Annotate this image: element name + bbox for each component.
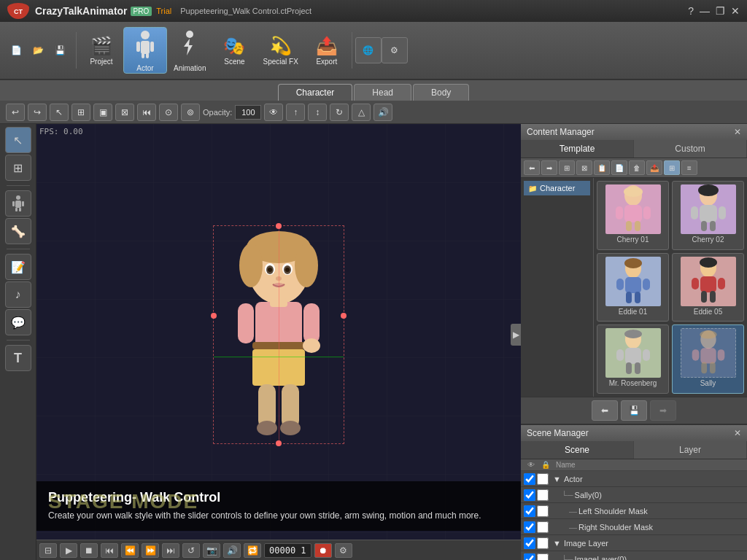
sm-lock-sally[interactable] [537,489,549,501]
sm-row-sally[interactable]: └─Sally(0) [521,487,747,503]
capture-button[interactable]: 📷 [203,543,220,558]
record-button[interactable]: ⏺ [314,543,332,558]
loop-button[interactable]: ↺ [182,543,200,558]
transform-tool[interactable]: ⊞ [71,104,90,121]
timeline-tool[interactable]: ⊙ [159,104,178,121]
goto-end-button[interactable]: ⏭ [162,543,179,558]
bone-tool[interactable]: ⊚ [181,104,200,121]
new-file-button[interactable]: 📄 [6,40,26,61]
sm-tab-scene[interactable]: Scene [521,441,634,459]
sm-row-actor[interactable]: ▼ Actor [521,471,747,487]
sm-check-right-shoulder[interactable] [524,521,535,533]
cm-tool-6[interactable]: 📄 [611,160,627,175]
sm-row-left-shoulder[interactable]: —Left Shoulder Mask [521,503,747,519]
cm-tool-5[interactable]: 📋 [594,160,610,175]
sm-lock-left-shoulder[interactable] [537,505,549,517]
sm-lock-right-shoulder[interactable] [537,521,549,533]
cm-tool-1[interactable]: ⬅ [524,160,540,175]
sm-row-imagelayer0[interactable]: └─ImageLayer(0) [521,551,747,560]
help-button[interactable]: ? [688,5,694,17]
tab-template[interactable]: Template [521,140,634,158]
cm-tool-7[interactable]: 🗑 [629,160,645,175]
cm-tool-8[interactable]: 📤 [646,160,662,175]
stop-button[interactable]: ⏹ [80,543,98,558]
nav-start[interactable]: ⏮ [137,104,156,121]
sm-expand-image-layer[interactable]: ▼ [551,539,561,548]
lasso-tool[interactable]: ▣ [93,104,112,121]
char-card-rosenberg[interactable]: Mr. Rosenberg [597,324,669,394]
sidebar-transform-tool[interactable]: ⊞ [5,155,31,181]
scene-button[interactable]: 🎭 Scene [212,27,256,74]
cm-save-button[interactable]: 💾 [621,400,647,421]
sidebar-music-tool[interactable]: ♪ [5,281,31,308]
goto-start-button[interactable]: ⏮ [101,543,118,558]
scale-tool[interactable]: △ [352,104,371,121]
cm-import-button[interactable]: ⬅ [592,400,618,421]
export-button[interactable]: 📤 Export [305,27,349,74]
tree-item-character[interactable]: 📁 Character [524,181,590,195]
cm-tool-3[interactable]: ⊞ [559,160,575,175]
sidebar-note-tool[interactable]: 📝 [5,254,31,280]
audio-button[interactable]: 🔊 [223,543,241,558]
settings-button[interactable]: ⚙ [382,37,408,63]
sm-lock-image-layer[interactable] [537,537,549,549]
canvas-side-arrow[interactable]: ▶ [511,324,521,346]
redo-button[interactable]: ↪ [28,104,47,121]
sidebar-select-tool[interactable]: ↖ [5,127,31,153]
sm-check-image-layer[interactable] [524,537,535,549]
sm-check-sally[interactable] [524,489,535,501]
repeat-button[interactable]: 🔁 [244,543,261,558]
opacity-input[interactable] [235,105,261,120]
handle-top[interactable] [276,223,282,229]
sidebar-text-tool[interactable]: T [5,345,31,371]
char-card-eddie01[interactable]: Eddie 01 [597,253,669,322]
handle-bottom[interactable] [276,440,282,446]
maximize-button[interactable]: ❐ [716,5,725,17]
content-manager-close[interactable]: ✕ [734,127,741,137]
settings-button-bb[interactable]: ⚙ [335,543,352,558]
cm-tool-list[interactable]: ≡ [681,160,697,175]
canvas[interactable]: FPS: 0.00 [36,124,521,545]
tab-custom[interactable]: Custom [634,140,747,158]
sm-row-image-layer[interactable]: ▼ Image Layer [521,535,747,551]
sm-check-imagelayer0[interactable] [524,553,535,561]
sidebar-actor-tool[interactable] [5,190,31,217]
tab-head[interactable]: Head [354,84,411,101]
cm-tool-grid[interactable]: ⊞ [664,160,680,175]
close-button[interactable]: ✕ [731,5,740,17]
sidebar-chat-tool[interactable]: 💬 [5,309,31,335]
handle-left[interactable] [211,313,217,319]
handle-right[interactable] [341,313,347,319]
sm-lock-imagelayer0[interactable] [537,553,549,561]
cm-export-button[interactable]: ➡ [650,400,676,421]
sidebar-bone-tool[interactable]: 🦴 [5,218,31,244]
undo-button[interactable]: ↩ [6,104,25,121]
move-up-tool[interactable]: ↑ [286,104,305,121]
audio-tool[interactable]: 🔊 [374,104,392,121]
sm-lock-actor[interactable] [537,473,549,485]
marquee-tool[interactable]: ⊠ [115,104,134,121]
project-button[interactable]: 🎬 Project [80,27,123,74]
rewind-button[interactable]: ⏪ [121,543,139,558]
rotate-tool[interactable]: ↻ [330,104,349,121]
char-card-eddie05[interactable]: Eddie 05 [672,253,744,322]
char-card-cherry01[interactable]: Cherry 01 [597,181,669,250]
sm-check-left-shoulder[interactable] [524,505,535,517]
move-all-tool[interactable]: ↕ [308,104,327,121]
sm-check-actor[interactable] [524,473,535,485]
timeline-toggle-button[interactable]: ⊟ [39,543,57,558]
char-card-cherry02[interactable]: Cherry 02 [672,181,744,250]
tab-body[interactable]: Body [413,84,469,101]
animation-button[interactable]: Animation [167,27,212,74]
show-hide-tool[interactable]: 👁 [264,104,283,121]
scene-manager-close[interactable]: ✕ [734,428,741,438]
play-button[interactable]: ▶ [60,543,77,558]
world-button[interactable]: 🌐 [355,37,382,63]
minimize-button[interactable]: — [700,5,710,17]
actor-button[interactable]: Actor [123,27,167,74]
save-file-button[interactable]: 💾 [50,40,70,61]
char-card-sally[interactable]: Sally [672,324,744,394]
specialfx-button[interactable]: 💫 Special FX [256,27,304,74]
cm-tool-2[interactable]: ➡ [541,160,557,175]
sm-row-right-shoulder[interactable]: —Right Shoulder Mask [521,519,747,535]
